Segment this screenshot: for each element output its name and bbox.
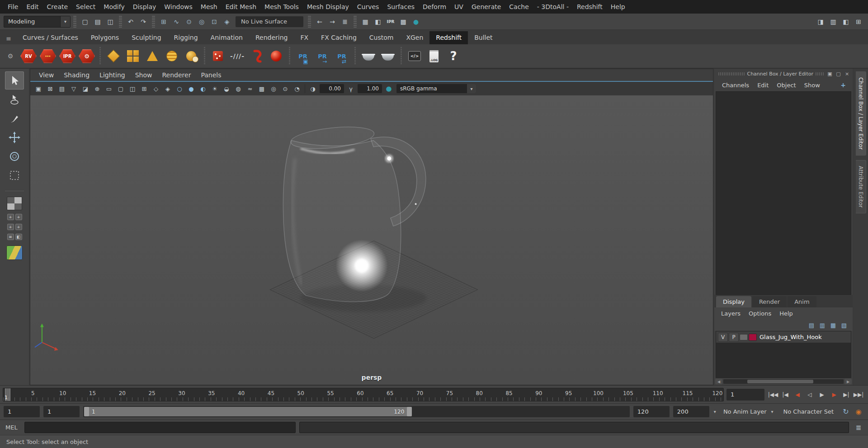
two-d-pan-zoom-icon[interactable]: ⊕: [92, 83, 103, 94]
anim-layer-select[interactable]: No Anim Layer ▾: [721, 406, 777, 417]
screen-space-ao-icon[interactable]: ◍: [233, 83, 244, 94]
yellow-diamond-icon[interactable]: [104, 46, 123, 66]
menubar-item[interactable]: Generate: [467, 1, 505, 13]
auto-keyframe-icon[interactable]: ↻: [840, 406, 852, 418]
horizontal-scrollbar[interactable]: [723, 379, 844, 384]
rotate-tool[interactable]: [5, 147, 24, 165]
log-file-icon[interactable]: .LOG: [425, 46, 443, 66]
image-plane-icon[interactable]: ◪: [80, 83, 91, 94]
panel-menu-item[interactable]: Shading: [59, 70, 94, 80]
layer-options-icon[interactable]: ▧: [839, 320, 849, 330]
render-settings-icon[interactable]: ▩: [397, 16, 409, 28]
shelf-tab[interactable]: Polygons: [85, 31, 125, 44]
panel-menu-item[interactable]: Renderer: [157, 70, 196, 80]
lighting-icon[interactable]: ☀: [209, 83, 220, 94]
layout-outliner-persp-icon[interactable]: ≡: [7, 234, 14, 240]
shadows-icon[interactable]: ◒: [221, 83, 232, 94]
toolbar-grip[interactable]: [73, 16, 76, 28]
shelf-tab[interactable]: Bullet: [468, 31, 499, 44]
layer-editor-tab[interactable]: Display: [716, 296, 751, 307]
layer-display-type-box[interactable]: [740, 334, 748, 340]
scroll-right-icon[interactable]: ▶: [844, 379, 852, 384]
film-gate-icon[interactable]: ▭: [104, 83, 114, 94]
snap-to-curve-icon[interactable]: ∿: [170, 16, 182, 28]
dock-panel-icon[interactable]: ▣: [826, 70, 834, 78]
timeline-ruler[interactable]: 5101520253035404550556065707580859095100…: [3, 388, 724, 401]
redshift-render-view-icon[interactable]: RV: [19, 46, 38, 66]
shelf-tab[interactable]: Rigging: [168, 31, 204, 44]
output-connections-icon[interactable]: →: [326, 16, 338, 28]
panel-menu-item[interactable]: Show: [130, 70, 157, 80]
menubar-item[interactable]: UV: [450, 1, 467, 13]
playback-range-bar[interactable]: 1 120: [84, 407, 412, 416]
move-tool[interactable]: [5, 128, 24, 146]
float-panel-icon[interactable]: ▢: [835, 70, 842, 78]
shelf-tab[interactable]: Rendering: [249, 31, 294, 44]
current-frame-field[interactable]: 1: [726, 389, 764, 401]
layer-row[interactable]: V P Glass_Jug_With_Hook: [716, 331, 851, 343]
lock-camera-icon[interactable]: ⊠: [45, 83, 56, 94]
script-editor-icon[interactable]: ≣: [853, 422, 864, 433]
multisample-aa-icon[interactable]: ▩: [256, 83, 267, 94]
animation-start-field[interactable]: 1: [4, 406, 40, 417]
exposure-icon[interactable]: ◑: [307, 83, 318, 94]
help-icon[interactable]: ?: [444, 46, 462, 66]
wireframe-icon[interactable]: ○: [174, 83, 185, 94]
menubar-item[interactable]: Edit: [22, 1, 42, 13]
bowl-icon[interactable]: [359, 46, 377, 66]
quick-layout-checker-icon[interactable]: [7, 197, 22, 210]
viewport-canvas[interactable]: persp: [30, 95, 713, 385]
layer-playback-toggle[interactable]: P: [729, 333, 739, 342]
toolbar-grip[interactable]: [354, 16, 357, 28]
menubar-item[interactable]: Redshift: [573, 1, 607, 13]
shelf-tab[interactable]: Sculpting: [125, 31, 167, 44]
menubar-item[interactable]: Help: [607, 1, 629, 13]
command-input-field[interactable]: [24, 422, 296, 433]
menubar-item[interactable]: Create: [43, 1, 72, 13]
sidebar-tab-channel-box[interactable]: Channel Box / Layer Editor: [856, 71, 866, 156]
shelf-tab[interactable]: Redshift: [429, 31, 468, 44]
scrollbar-thumb[interactable]: [747, 380, 813, 383]
new-empty-layer-icon[interactable]: ▤: [807, 320, 816, 330]
panel-menu-item[interactable]: View: [34, 70, 59, 80]
range-track[interactable]: 1 120: [83, 406, 630, 417]
pr-export-icon[interactable]: PR→: [313, 46, 331, 66]
input-connections-icon[interactable]: ←: [314, 16, 326, 28]
cone-icon[interactable]: [143, 46, 161, 66]
save-scene-icon[interactable]: ◫: [104, 16, 116, 28]
chevron-down-icon[interactable]: ▾: [713, 409, 717, 414]
step-forward-frame-button[interactable]: ▶|: [840, 389, 852, 401]
shelf-tab[interactable]: Custom: [363, 31, 400, 44]
pr-proxy-icon[interactable]: PR▣: [294, 46, 312, 66]
step-back-key-button[interactable]: ◀: [792, 389, 803, 401]
channel-box-menu-item[interactable]: Show: [800, 80, 824, 90]
panel-grip[interactable]: [718, 72, 745, 75]
shelf-tab[interactable]: FX Caching: [315, 31, 363, 44]
layer-editor-menu-item[interactable]: Help: [775, 308, 797, 319]
sidebar-tool-settings-toggle-icon[interactable]: ◧: [840, 16, 852, 28]
red-cube-icon[interactable]: [209, 46, 227, 66]
menubar-item[interactable]: Mesh: [197, 1, 222, 13]
workspace-layout-icon[interactable]: ⊞: [853, 16, 864, 28]
snap-to-projected-center-icon[interactable]: ◎: [196, 16, 208, 28]
safe-title-icon[interactable]: ◈: [162, 83, 173, 94]
range-start-handle[interactable]: [84, 407, 89, 416]
snap-to-point-icon[interactable]: ⊙: [183, 16, 195, 28]
new-layer-from-selected-icon[interactable]: ▥: [817, 320, 827, 330]
open-scene-icon[interactable]: ▤: [92, 16, 104, 28]
menubar-item[interactable]: Edit Mesh: [222, 1, 260, 13]
undo-icon[interactable]: ↶: [125, 16, 137, 28]
construction-history-icon[interactable]: ≣: [339, 16, 351, 28]
panel-grip[interactable]: [816, 72, 824, 75]
menubar-item[interactable]: - 3DtoAll -: [533, 1, 573, 13]
command-result-field[interactable]: [299, 422, 849, 433]
shelf-menu-icon[interactable]: ≡: [1, 33, 16, 44]
shelf-tab[interactable]: FX: [294, 31, 315, 44]
layout-persp-graph-icon[interactable]: ◧: [15, 234, 22, 240]
panel-menu-item[interactable]: Lighting: [94, 70, 130, 80]
show-manipulators-icon[interactable]: +: [837, 79, 849, 91]
layer-name[interactable]: Glass_Jug_With_Hook: [758, 334, 822, 340]
menubar-item[interactable]: File: [4, 1, 22, 13]
layer-color-swatch[interactable]: [749, 334, 757, 341]
smooth-shade-icon[interactable]: ●: [186, 83, 197, 94]
